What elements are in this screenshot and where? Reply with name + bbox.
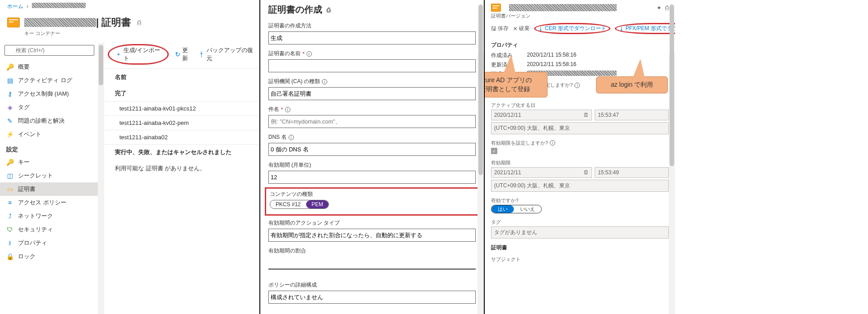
info-icon[interactable]: i	[289, 135, 294, 140]
lock-icon: 🔒	[6, 253, 13, 260]
sidebar-item-events[interactable]: ⚡イベント	[0, 128, 104, 141]
set-expire-checkbox[interactable]: ✓	[491, 148, 497, 154]
section-running: 実行中、失敗、またはキャンセルされました	[104, 144, 259, 160]
sidebar-item-diagnose[interactable]: ✎問題の診断と解決	[0, 114, 104, 128]
subject-input[interactable]	[268, 115, 476, 128]
print-icon[interactable]: ⎙	[137, 19, 141, 26]
page-subtitle: キー コンテナー	[0, 30, 259, 40]
callout-azure-ad: Azure AD アプリの証明書として登録	[485, 72, 548, 97]
lifetime-percent-label: 有効期間の割合	[268, 247, 476, 255]
secret-icon: ◫	[6, 172, 13, 179]
policy-config-value[interactable]	[268, 291, 476, 304]
calendar-icon: 🗓	[583, 112, 589, 118]
cert-row[interactable]: test1211-ainaba-kv01-pkcs12	[104, 101, 259, 115]
sidebar-item-access-policies[interactable]: ≡アクセス ポリシー	[0, 196, 104, 209]
plus-icon: ＋	[115, 50, 122, 58]
main-content: ＋生成/インポート ↻更新 ⭱バックアップの復元 名前 完了 test1211-…	[104, 40, 259, 314]
cert-row[interactable]: test1211-ainaba-kv02-pem	[104, 115, 259, 130]
scrollbar-thumb[interactable]	[478, 4, 483, 175]
properties-icon: ⦀	[6, 239, 13, 247]
content-type-pkcs12[interactable]: PKCS #12	[270, 200, 306, 208]
keyvault-cert-list-panel: ホーム › | 証明書 ⎙ キー コンテナー 🔍 « 🔑概要 ▤アクティビティ …	[0, 0, 260, 314]
info-icon[interactable]: i	[322, 79, 327, 84]
cert-row[interactable]: test1211-ainaba02	[104, 130, 259, 144]
sidebar-item-networking[interactable]: ⤴ネットワーク	[0, 209, 104, 223]
download-cer-button[interactable]: ⭳CER 形式でダウンロード	[538, 25, 606, 32]
validity-label: 有効期間 (月単位)	[268, 161, 476, 169]
event-icon: ⚡	[6, 131, 13, 138]
expire-timezone[interactable]: (UTC+09:00) 大阪、札幌、東京	[491, 180, 669, 192]
enabled-toggle[interactable]: はい いいえ	[491, 205, 542, 213]
sidebar-item-iam[interactable]: ⚷アクセス制御 (IAM)	[0, 87, 104, 101]
restore-backup-button[interactable]: ⭱バックアップの復元	[198, 46, 253, 62]
print-icon[interactable]: ⎙	[665, 4, 669, 11]
sidebar-item-tags[interactable]: ◈タグ	[0, 101, 104, 114]
tags-value[interactable]: タグがありません	[491, 226, 669, 239]
sidebar-item-properties[interactable]: ⦀プロパティ	[0, 236, 104, 250]
resource-name-obscured	[24, 18, 96, 27]
search-input[interactable]	[4, 45, 94, 56]
content-type-toggle[interactable]: PKCS #12 PEM	[270, 200, 329, 209]
cert-name-label: 証明書の名前*i	[268, 50, 476, 57]
sidebar-item-certificates[interactable]: ▭証明書	[0, 182, 104, 196]
save-icon: 🖫	[491, 26, 496, 32]
generate-import-button[interactable]: ＋生成/インポート	[115, 46, 161, 62]
certificate-icon	[491, 4, 501, 12]
sidebar: 🔍 « 🔑概要 ▤アクティビティ ログ ⚷アクセス制御 (IAM) ◈タグ ✎問…	[0, 40, 104, 314]
lifetime-percent-input[interactable]	[268, 257, 476, 270]
sidebar-item-secrets[interactable]: ◫シークレット	[0, 169, 104, 182]
sidebar-item-activity-log[interactable]: ▤アクティビティ ログ	[0, 74, 104, 87]
sidebar-item-overview[interactable]: 🔑概要	[0, 60, 104, 74]
ca-type-select[interactable]	[268, 87, 476, 100]
content-type-pem[interactable]: PEM	[306, 200, 329, 208]
detail-toolbar: 🖫保存 ✕破棄 ⭳CER 形式でダウンロード ⭳PFX/PEM 形式でダウンロー…	[491, 23, 669, 34]
section-completed: 完了	[104, 86, 259, 101]
validity-input[interactable]	[268, 171, 476, 184]
print-icon[interactable]: ⎙	[327, 6, 330, 13]
scrollbar-thumb[interactable]	[670, 4, 674, 166]
content-type-label: コンテンツの種類	[270, 190, 474, 198]
ca-type-label: 証明機関 (CA) の種類i	[268, 78, 476, 85]
activate-time-input[interactable]: 15:53:47	[595, 110, 669, 120]
callout-az-login: az login で利用	[596, 76, 668, 93]
network-icon: ⤴	[6, 212, 13, 220]
cert-version-subtitle: 証明書バージョン	[491, 13, 669, 19]
sidebar-item-security[interactable]: 🛡セキュリティ	[0, 223, 104, 236]
enabled-label: 有効ですか?	[491, 197, 669, 204]
refresh-button[interactable]: ↻更新	[175, 46, 192, 62]
column-header-name: 名前	[104, 69, 259, 86]
activate-date-input[interactable]: 2020/12/11🗓	[491, 110, 592, 120]
save-button[interactable]: 🖫保存	[491, 25, 509, 32]
page-title: | 証明書	[96, 16, 131, 29]
method-select[interactable]	[268, 31, 476, 44]
enabled-no[interactable]: いいえ	[514, 205, 541, 213]
info-icon[interactable]: i	[574, 83, 580, 88]
breadcrumb: ホーム ›	[0, 0, 259, 13]
expire-date-input[interactable]: 2021/12/11🗓	[491, 167, 592, 178]
download-pfx-button[interactable]: ⭳PFX/PEM 形式でダウンロード	[619, 25, 675, 32]
lifetime-action-select[interactable]	[268, 229, 476, 242]
subject-label: サブジェクト	[491, 256, 669, 263]
log-icon: ▤	[6, 77, 13, 84]
expire-time-input[interactable]: 15:53:49	[595, 167, 669, 178]
close-icon: ✕	[513, 26, 517, 32]
dns-label: DNS 名i	[268, 133, 476, 141]
sidebar-item-keys[interactable]: 🔑キー	[0, 155, 104, 169]
info-icon[interactable]: i	[307, 51, 312, 57]
sidebar-scrollbar-thumb[interactable]	[99, 45, 103, 85]
info-icon[interactable]: i	[285, 107, 290, 112]
activate-date-label: アクティブ化する日	[491, 102, 669, 109]
dns-input[interactable]	[268, 143, 476, 156]
breadcrumb-home[interactable]: ホーム	[7, 3, 23, 9]
discard-button[interactable]: ✕破棄	[513, 25, 530, 32]
iam-icon: ⚷	[6, 90, 13, 97]
calendar-icon: 🗓	[583, 169, 589, 176]
tag-icon: ◈	[6, 104, 13, 111]
activate-timezone[interactable]: (UTC+09:00) 大阪、札幌、東京	[491, 122, 669, 134]
info-icon[interactable]: i	[550, 140, 555, 146]
cert-name-input[interactable]	[268, 59, 476, 72]
enabled-yes[interactable]: はい	[491, 205, 514, 213]
certificate-version-panel: ✦ ⎙ 証明書バージョン 🖫保存 ✕破棄 ⭳CER 形式でダウンロード ⭳PFX…	[485, 0, 675, 314]
pin-icon[interactable]: ✦	[657, 4, 662, 11]
sidebar-item-locks[interactable]: 🔒ロック	[0, 250, 104, 263]
